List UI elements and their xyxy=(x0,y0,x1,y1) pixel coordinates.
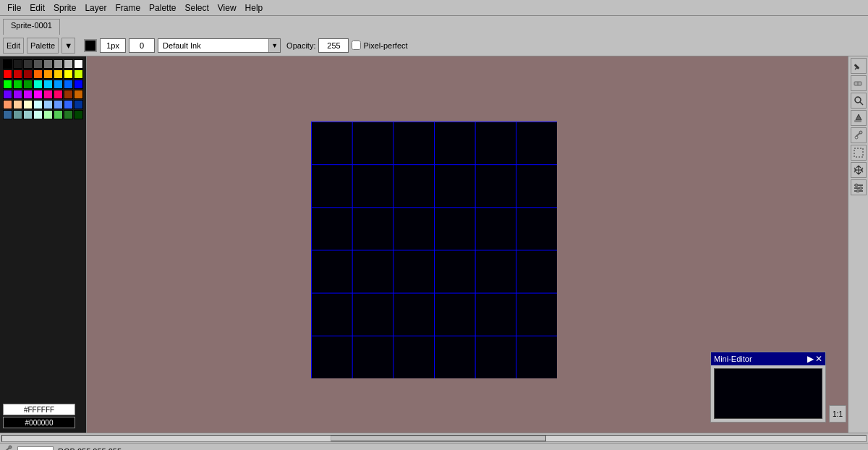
palette-cell[interactable] xyxy=(13,100,22,109)
palette-cell[interactable] xyxy=(64,69,73,79)
svg-point-4 xyxy=(855,97,861,103)
palette-cell[interactable] xyxy=(54,59,63,69)
menu-palette[interactable]: Palette xyxy=(145,1,180,14)
dropdown-arrow-button[interactable]: ▼ xyxy=(61,38,75,54)
menu-view[interactable]: View xyxy=(213,1,241,14)
palette-cell[interactable] xyxy=(74,69,83,79)
scale-badge: 1:1 xyxy=(829,405,846,423)
grid-overlay xyxy=(311,122,557,378)
color-indicator xyxy=(84,39,97,52)
svg-rect-6 xyxy=(854,120,861,122)
horizontal-scrollbar[interactable] xyxy=(0,433,868,443)
menu-help[interactable]: Help xyxy=(241,1,268,14)
palette-cell[interactable] xyxy=(23,80,33,89)
pixel-perfect-checkbox[interactable] xyxy=(352,41,361,50)
scrollbar-track[interactable] xyxy=(1,435,867,442)
palette-cell[interactable] xyxy=(33,59,43,69)
options-tool-button[interactable] xyxy=(851,179,867,195)
svg-point-9 xyxy=(859,131,862,134)
palette-cell[interactable] xyxy=(23,69,33,79)
bg-swatch[interactable]: #000000 xyxy=(3,417,75,428)
palette-cell[interactable] xyxy=(43,90,53,99)
opacity-input[interactable] xyxy=(318,38,349,53)
palette-cell[interactable] xyxy=(13,110,22,119)
palette-cell[interactable] xyxy=(13,80,22,89)
svg-point-16 xyxy=(856,190,859,192)
palette-cell[interactable] xyxy=(74,59,83,69)
palette-cell[interactable] xyxy=(74,90,83,99)
palette-cell[interactable] xyxy=(43,100,53,109)
svg-point-19 xyxy=(9,446,12,449)
palette-cell[interactable] xyxy=(13,69,22,79)
palette-cell[interactable] xyxy=(33,80,43,89)
pencil-tool-button[interactable] xyxy=(851,58,867,74)
size-input[interactable] xyxy=(100,38,126,53)
menu-edit[interactable]: Edit xyxy=(25,1,49,14)
palette-cell[interactable] xyxy=(3,110,12,119)
mini-editor-canvas[interactable] xyxy=(714,368,822,419)
bucket-tool-button[interactable] xyxy=(851,110,867,126)
bg-swatch-row: #000000 xyxy=(3,417,83,428)
color-palette xyxy=(0,56,86,122)
status-bar: RGB 255 255 255 xyxy=(0,443,868,450)
ink-dropdown-arrow[interactable]: ▼ xyxy=(268,39,280,52)
palette-cell[interactable] xyxy=(23,100,33,109)
palette-cell[interactable] xyxy=(43,110,53,119)
canvas-area[interactable]: Mini-Editor ▶ ✕ 1:1 xyxy=(87,56,848,433)
palette-cell[interactable] xyxy=(43,80,53,89)
magnify-tool-button[interactable] xyxy=(851,93,867,109)
palette-cell[interactable] xyxy=(54,69,63,79)
mini-editor-close-button[interactable]: ✕ xyxy=(815,354,822,364)
palette-cell[interactable] xyxy=(3,90,12,99)
menu-frame[interactable]: Frame xyxy=(111,1,145,14)
palette-cell[interactable] xyxy=(13,90,22,99)
palette-button[interactable]: Palette xyxy=(27,38,59,54)
palette-cell[interactable] xyxy=(74,110,83,119)
svg-rect-10 xyxy=(854,148,863,157)
eraser-tool-button[interactable] xyxy=(851,75,867,91)
menu-file[interactable]: File xyxy=(3,1,25,14)
palette-cell[interactable] xyxy=(64,59,73,69)
palette-cell[interactable] xyxy=(43,59,53,69)
scrollbar-thumb[interactable] xyxy=(331,436,547,441)
palette-cell[interactable] xyxy=(23,59,33,69)
select-rect-tool-button[interactable] xyxy=(851,145,867,161)
palette-cell[interactable] xyxy=(64,90,73,99)
palette-cell[interactable] xyxy=(3,69,12,79)
palette-cell[interactable] xyxy=(23,90,33,99)
mini-editor-play-button[interactable]: ▶ xyxy=(807,354,814,364)
palette-cell[interactable] xyxy=(3,80,12,89)
palette-cell[interactable] xyxy=(64,110,73,119)
angle-input[interactable] xyxy=(129,38,155,53)
palette-cell[interactable] xyxy=(54,100,63,109)
palette-cell[interactable] xyxy=(54,80,63,89)
palette-cell[interactable] xyxy=(43,69,53,79)
sprite-canvas[interactable] xyxy=(311,122,557,378)
eyedrop-tool-button[interactable] xyxy=(851,127,867,143)
palette-cell[interactable] xyxy=(64,100,73,109)
palette-cell[interactable] xyxy=(3,100,12,109)
move-tool-button[interactable] xyxy=(851,162,867,178)
color-preview xyxy=(17,446,54,451)
menu-bar: File Edit Sprite Layer Frame Palette Sel… xyxy=(0,0,868,16)
palette-cell[interactable] xyxy=(13,59,22,69)
palette-cell[interactable] xyxy=(33,100,43,109)
palette-cell[interactable] xyxy=(54,90,63,99)
menu-sprite[interactable]: Sprite xyxy=(49,1,80,14)
palette-cell[interactable] xyxy=(33,110,43,119)
fg-swatch[interactable]: #FFFFFF xyxy=(3,404,75,415)
palette-cell[interactable] xyxy=(64,80,73,89)
palette-cell[interactable] xyxy=(74,100,83,109)
palette-cell[interactable] xyxy=(3,59,12,69)
sprite-tab[interactable]: Sprite-0001 xyxy=(3,19,60,35)
palette-cell[interactable] xyxy=(33,69,43,79)
menu-select[interactable]: Select xyxy=(180,1,213,14)
svg-line-1 xyxy=(855,67,857,69)
palette-cell[interactable] xyxy=(33,90,43,99)
palette-cell[interactable] xyxy=(54,110,63,119)
palette-cell[interactable] xyxy=(23,110,33,119)
mini-editor: Mini-Editor ▶ ✕ xyxy=(710,352,826,423)
palette-cell[interactable] xyxy=(74,80,83,89)
menu-layer[interactable]: Layer xyxy=(80,1,111,14)
edit-palette-button[interactable]: Edit xyxy=(3,38,24,54)
